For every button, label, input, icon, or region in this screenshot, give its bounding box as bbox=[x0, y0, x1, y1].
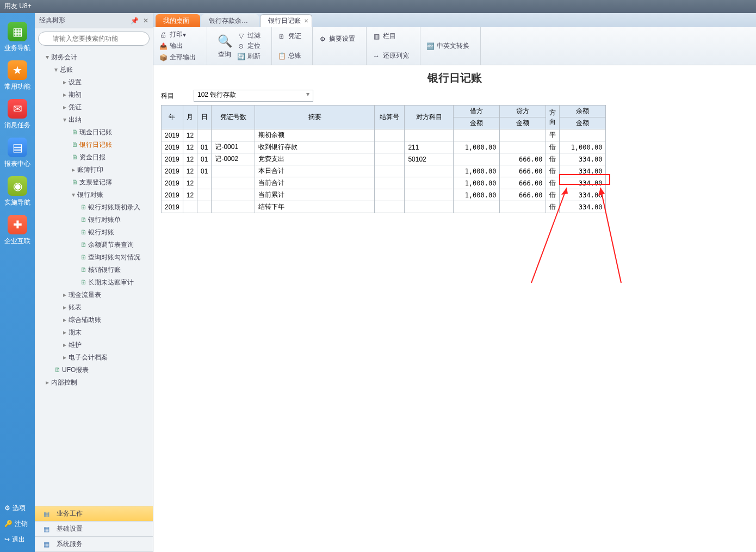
col-month: 月 bbox=[183, 106, 197, 129]
table-row[interactable]: 20191201记-0001收到银行存款2111,000.00借1,000.00 bbox=[162, 141, 606, 153]
tree-node[interactable]: ▸电子会计档案 bbox=[35, 351, 153, 364]
sidebar-title: 经典树形 bbox=[39, 16, 65, 25]
col-credit-amt: 金额 bbox=[500, 117, 546, 129]
export-all-icon: 📦 bbox=[159, 53, 168, 62]
leftbar-item[interactable]: ✉消息任务 bbox=[0, 97, 35, 135]
leftbar-item[interactable]: ✚企业互联 bbox=[0, 213, 35, 251]
summary-set-button[interactable]: ⚙摘要设置 bbox=[318, 34, 355, 44]
tab[interactable]: 银行日记账✕ bbox=[260, 14, 312, 27]
page-title: 银行日记账 bbox=[161, 71, 748, 85]
filter-icon: ▽ bbox=[237, 32, 245, 40]
tree-node[interactable]: ▸账表 bbox=[35, 301, 153, 314]
left-nav: ▦业务导航★常用功能✉消息任务▤报表中心◉实施导航✚企业互联 ⚙选项🔑注销↪退出 bbox=[0, 13, 35, 552]
filter-button[interactable]: ▽过滤 bbox=[237, 31, 261, 40]
table-row[interactable]: 20191201记-0002党费支出50102666.00借334.00 bbox=[162, 153, 606, 165]
tree-node[interactable]: 🗎UFO报表 bbox=[35, 364, 153, 376]
leftbar-icon: ✚ bbox=[8, 215, 27, 234]
sidebar-tab[interactable]: ▦系统服务 bbox=[35, 537, 153, 552]
tab[interactable]: 我的桌面 bbox=[156, 14, 200, 27]
table-row[interactable]: 2019结转下年借334.00 bbox=[162, 201, 606, 213]
sidebar-header: 经典树形 📌 ✕ bbox=[35, 13, 153, 28]
tree-node[interactable]: 🗎余额调节表查询 bbox=[35, 239, 153, 251]
col-balance-amt: 金额 bbox=[560, 117, 606, 129]
tree-node[interactable]: 🗎银行对账单 bbox=[35, 214, 153, 226]
close-icon[interactable]: ✕ bbox=[304, 18, 308, 24]
leftbar-bottom-item[interactable]: ⚙选项 bbox=[4, 500, 35, 516]
tree-node[interactable]: ▾财务会计 bbox=[35, 51, 153, 64]
tree-node[interactable]: 🗎长期未达账审计 bbox=[35, 276, 153, 289]
tree-node[interactable]: 🗎银行对账 bbox=[35, 226, 153, 239]
refresh-button[interactable]: 🔄刷新 bbox=[237, 52, 261, 61]
print-button[interactable]: 🖨打印 ▾ bbox=[159, 30, 186, 39]
export-button[interactable]: 📤输出 bbox=[159, 41, 183, 51]
tree-node[interactable]: 🗎支票登记簿 bbox=[35, 176, 153, 189]
leftbar-item[interactable]: ▦业务导航 bbox=[0, 20, 35, 58]
col-counter: 对方科目 bbox=[405, 106, 454, 129]
col-settle: 结算号 bbox=[375, 106, 405, 129]
tree-node[interactable]: ▸期初 bbox=[35, 89, 153, 101]
leftbar-bottom-item[interactable]: ↪退出 bbox=[4, 532, 35, 548]
tree-node[interactable]: ▾出纳 bbox=[35, 114, 153, 126]
column-button[interactable]: ▥栏目 bbox=[372, 32, 396, 41]
translate-button[interactable]: 🔤中英文转换 bbox=[426, 41, 469, 51]
nav-tree: ▾财务会计▾总账▸设置▸期初▸凭证▾出纳🗎现金日记账🗎银行日记账🗎资金日报▸账簿… bbox=[35, 49, 153, 506]
tree-node[interactable]: ▸内部控制 bbox=[35, 376, 153, 389]
sidebar: 经典树形 📌 ✕ 🔍 ▾财务会计▾总账▸设置▸期初▸凭证▾出纳🗎现金日记账🗎银行… bbox=[35, 13, 153, 552]
tree-node[interactable]: 🗎查询对账勾对情况 bbox=[35, 251, 153, 264]
tree-node[interactable]: ▾银行对账 bbox=[35, 189, 153, 201]
leftbar-item[interactable]: ▤报表中心 bbox=[0, 135, 35, 174]
leftbar-item[interactable]: ★常用功能 bbox=[0, 58, 35, 97]
tab[interactable]: 银行存款余… bbox=[201, 14, 259, 27]
search-input[interactable] bbox=[38, 32, 150, 46]
subject-select[interactable]: 102 银行存款 bbox=[194, 90, 313, 102]
translate-icon: 🔤 bbox=[426, 42, 435, 51]
restore-icon: ↔ bbox=[372, 52, 381, 60]
sidebar-tab[interactable]: ▦基础设置 bbox=[35, 522, 153, 537]
col-voucher: 凭证号数 bbox=[212, 106, 255, 129]
col-day: 日 bbox=[197, 106, 212, 129]
tree-node[interactable]: ▸现金流量表 bbox=[35, 289, 153, 301]
bottom-icon: 🔑 bbox=[4, 520, 13, 528]
tree-node[interactable]: ▸期末 bbox=[35, 326, 153, 339]
locate-icon: ⊙ bbox=[237, 42, 245, 51]
voucher-icon: 🗎 bbox=[277, 32, 286, 41]
subject-label: 科目 bbox=[161, 91, 194, 101]
refresh-icon: 🔄 bbox=[237, 52, 245, 61]
leftbar-item[interactable]: ◉实施导航 bbox=[0, 174, 35, 213]
query-button[interactable]: 🔍查询 bbox=[213, 33, 237, 59]
tree-node[interactable]: 🗎核销银行账 bbox=[35, 264, 153, 276]
tree-node[interactable]: 🗎资金日报 bbox=[35, 151, 153, 164]
table-row[interactable]: 201912期初余额平 bbox=[162, 129, 606, 141]
table-row[interactable]: 201912当前累计1,000.00666.00借334.00 bbox=[162, 189, 606, 201]
table-row[interactable]: 201912当前合计1,000.00666.00借334.00 bbox=[162, 177, 606, 189]
tree-node[interactable]: 🗎银行日记账 bbox=[35, 139, 153, 151]
tree-node[interactable]: ▸维护 bbox=[35, 339, 153, 351]
main-area: 我的桌面银行存款余…银行日记账✕ 🖨打印 ▾ 📤输出 📦全部输出 🔍查询 ▽过滤… bbox=[153, 13, 756, 552]
tree-node[interactable]: ▸凭证 bbox=[35, 101, 153, 114]
column-icon: ▥ bbox=[372, 32, 381, 41]
tree-node[interactable]: 🗎现金日记账 bbox=[35, 126, 153, 139]
voucher-button[interactable]: 🗎凭证 bbox=[277, 32, 301, 41]
locate-button[interactable]: ⊙定位 bbox=[237, 41, 261, 51]
tree-node[interactable]: ▸账簿打印 bbox=[35, 164, 153, 176]
restore-button[interactable]: ↔还原列宽 bbox=[372, 51, 409, 60]
summary-button[interactable]: 📋总账 bbox=[277, 51, 301, 60]
col-summary: 摘要 bbox=[255, 106, 375, 129]
gear-icon: ⚙ bbox=[318, 35, 327, 44]
tree-node[interactable]: ▸设置 bbox=[35, 76, 153, 89]
sidebar-tab[interactable]: ▦业务工作 bbox=[35, 506, 153, 522]
leftbar-icon: ✉ bbox=[8, 99, 27, 119]
printer-icon: 🖨 bbox=[159, 30, 168, 39]
title-bar: 用友 U8+ bbox=[0, 0, 756, 13]
tree-node[interactable]: 🗎银行对账期初录入 bbox=[35, 201, 153, 214]
pin-icon[interactable]: 📌 bbox=[131, 17, 139, 24]
leftbar-bottom-item[interactable]: 🔑注销 bbox=[4, 516, 35, 532]
export-all-button[interactable]: 📦全部输出 bbox=[159, 53, 196, 62]
close-icon[interactable]: ✕ bbox=[143, 17, 148, 24]
leftbar-icon: ▤ bbox=[8, 138, 27, 157]
tree-node[interactable]: ▸综合辅助账 bbox=[35, 314, 153, 326]
tab-icon: ▦ bbox=[44, 510, 49, 518]
search-icon: 🔍 bbox=[216, 33, 233, 50]
table-row[interactable]: 20191201本日合计1,000.00666.00借334.00 bbox=[162, 165, 606, 177]
tree-node[interactable]: ▾总账 bbox=[35, 64, 153, 76]
